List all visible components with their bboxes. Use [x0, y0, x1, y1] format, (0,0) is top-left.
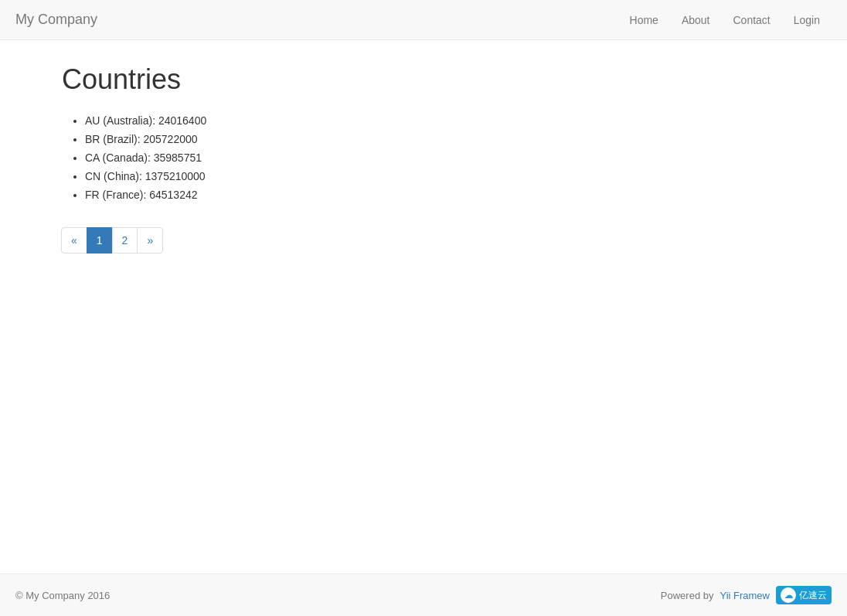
pagination-page-1-label: 1 [87, 227, 113, 254]
nav-item-login: Login [782, 0, 832, 40]
navbar: My Company Home About Contact Login [0, 0, 847, 40]
yii-logo-icon: ☁ [781, 587, 796, 603]
pagination-next: » [138, 227, 163, 254]
list-item: CA (Canada): 35985751 [85, 148, 832, 167]
navbar-nav: Home About Contact Login [618, 0, 832, 40]
footer-copyright: © My Company 2016 [15, 590, 110, 601]
nav-link-home[interactable]: Home [618, 0, 670, 40]
powered-by-text: Powered by [661, 590, 714, 601]
pagination: « 1 2 » [62, 227, 832, 254]
yii-logo-text: 亿速云 [799, 589, 827, 602]
pagination-page-2-link[interactable]: 2 [112, 227, 138, 254]
nav-item-about: About [670, 0, 722, 40]
pagination-next-link[interactable]: » [137, 227, 163, 254]
pagination-page-1: 1 [87, 227, 113, 254]
footer: © My Company 2016 Powered by Yii Framew … [0, 573, 847, 616]
nav-link-contact[interactable]: Contact [721, 0, 781, 40]
country-list: AU (Australia): 24016400BR (Brazil): 205… [62, 111, 832, 204]
pagination-prev-link[interactable]: « [61, 227, 87, 254]
nav-link-about[interactable]: About [670, 0, 722, 40]
pagination-page-2: 2 [113, 227, 138, 254]
page-title: Countries [62, 63, 832, 96]
footer-right: Powered by Yii Framew ☁ 亿速云 [661, 586, 832, 604]
yii-logo: ☁ 亿速云 [776, 586, 832, 604]
framework-link[interactable]: Yii Framew [719, 590, 770, 601]
main-content: Countries AU (Australia): 24016400BR (Br… [0, 40, 847, 573]
list-item: FR (France): 64513242 [85, 185, 832, 204]
list-item: BR (Brazil): 205722000 [85, 130, 832, 148]
list-item: AU (Australia): 24016400 [85, 111, 832, 130]
pagination-prev: « [62, 227, 87, 254]
nav-item-home: Home [618, 0, 670, 40]
nav-item-contact: Contact [721, 0, 781, 40]
list-item: CN (China): 1375210000 [85, 167, 832, 185]
navbar-brand[interactable]: My Company [15, 12, 97, 28]
nav-link-login[interactable]: Login [782, 0, 832, 40]
